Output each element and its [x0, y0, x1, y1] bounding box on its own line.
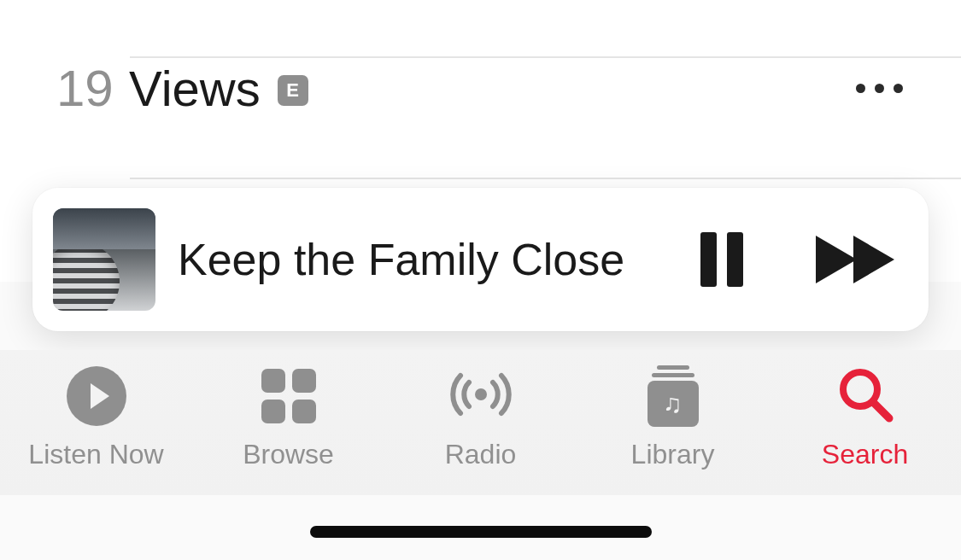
- home-indicator[interactable]: [310, 526, 652, 538]
- search-icon: [835, 365, 896, 427]
- play-circle-icon: [67, 365, 126, 427]
- now-playing-bar[interactable]: Keep the Family Close: [32, 188, 929, 331]
- tab-bar: Listen Now Browse Radio: [0, 350, 961, 495]
- tab-label: Radio: [445, 439, 517, 470]
- next-track-button[interactable]: [816, 236, 896, 283]
- tab-label: Library: [631, 439, 715, 470]
- tab-library[interactable]: ♫ Library: [577, 365, 769, 470]
- tab-search[interactable]: Search: [769, 365, 961, 470]
- svg-point-0: [475, 388, 487, 400]
- track-title: Views: [129, 60, 261, 117]
- pause-button[interactable]: [700, 232, 743, 287]
- divider: [130, 178, 961, 179]
- explicit-badge: E: [278, 75, 308, 106]
- library-icon: ♫: [648, 365, 699, 427]
- radio-waves-icon: [440, 365, 522, 427]
- divider: [130, 56, 961, 58]
- tab-label: Browse: [243, 439, 334, 470]
- svg-line-2: [873, 402, 889, 418]
- tab-label: Listen Now: [28, 439, 163, 470]
- tab-label: Search: [822, 439, 908, 470]
- tab-listen-now[interactable]: Listen Now: [0, 365, 192, 470]
- track-number: 19: [56, 59, 129, 118]
- tab-browse[interactable]: Browse: [192, 365, 384, 470]
- more-options-button[interactable]: [856, 84, 903, 93]
- tab-radio[interactable]: Radio: [384, 365, 577, 470]
- album-artwork: [53, 208, 155, 311]
- now-playing-title: Keep the Family Close: [178, 234, 700, 285]
- track-row[interactable]: 19 Views E: [0, 28, 961, 148]
- grid-icon: [261, 365, 316, 427]
